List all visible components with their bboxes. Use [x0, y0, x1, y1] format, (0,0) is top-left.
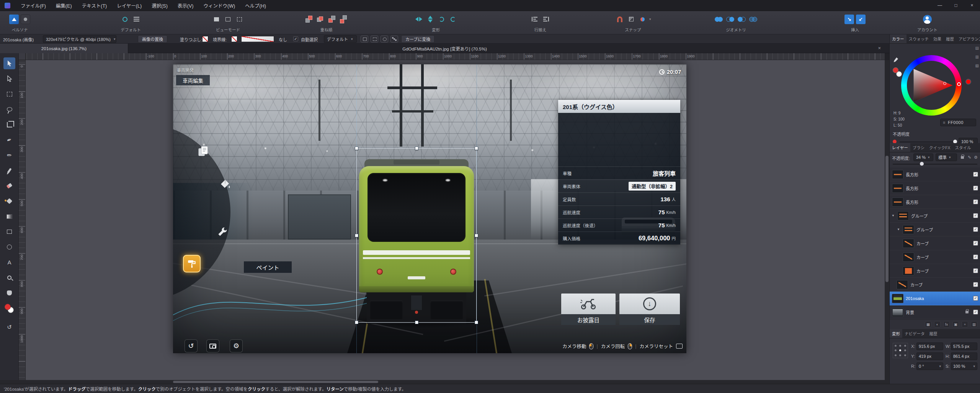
layer-row-selected[interactable]: 201osaka ✓	[890, 292, 980, 305]
align-left-icon[interactable]	[530, 15, 539, 24]
layer-row[interactable]: カーブ ✓	[890, 264, 980, 278]
layer-visibility-checkbox[interactable]: ✓	[973, 172, 978, 177]
tab-navigator[interactable]: ナビゲータ	[902, 329, 927, 338]
selection-handle-w[interactable]	[355, 234, 358, 237]
horizontal-scrollbar[interactable]	[0, 380, 889, 384]
y-field[interactable]: 419 px	[916, 352, 943, 360]
selection-handle-e[interactable]	[475, 234, 478, 237]
layer-row[interactable]: カーブ ✓	[890, 236, 980, 250]
h-field[interactable]: 861.4 px	[951, 352, 977, 360]
close-button[interactable]: ×	[964, 0, 980, 11]
viewmode-vector-icon[interactable]	[212, 15, 221, 24]
bring-to-front-icon[interactable]	[304, 15, 314, 24]
layer-visibility-checkbox[interactable]: ✓	[973, 227, 978, 232]
add-layer-icon[interactable]: +	[962, 321, 968, 328]
autoselect-checkbox[interactable]: ✓	[293, 36, 298, 41]
menu-layer[interactable]: レイヤー(L)	[112, 0, 147, 11]
mask-layer-icon[interactable]: ▦	[925, 321, 931, 328]
layer-row[interactable]: カーブ ✓	[890, 250, 980, 264]
snap-candidates-icon[interactable]	[638, 15, 647, 24]
doc-tab-active[interactable]: GdOdFMta8AAU2tn.jpg [変更あり] (70.5%)	[402, 44, 487, 53]
selection-handle-s[interactable]	[415, 321, 418, 324]
layer-row-group[interactable]: ▼ グループ ✓	[890, 209, 980, 223]
color-wheel[interactable]	[901, 55, 962, 116]
menu-text[interactable]: テキスト(T)	[77, 0, 112, 11]
send-to-back-icon[interactable]	[339, 15, 348, 24]
selection-handle-sw[interactable]	[355, 321, 358, 324]
insert-behind-icon[interactable]: ↙	[856, 15, 866, 24]
layer-row[interactable]: 長方形 ✓	[890, 195, 980, 209]
doc-tab-201osaka[interactable]: 201osaka.jpg (136.7%)	[0, 44, 128, 53]
group-layers-icon[interactable]: ▣	[952, 321, 959, 328]
layer-visibility-checkbox[interactable]: ✓	[973, 186, 978, 191]
ruler-horizontal[interactable]: -100010020030040050060070080090010001100…	[26, 53, 885, 60]
ruler-corner[interactable]	[19, 53, 26, 60]
tab-history[interactable]: 履歴	[944, 34, 956, 43]
pan-tool[interactable]	[3, 287, 15, 299]
reset-colors-icon[interactable]: ↺	[3, 321, 15, 333]
adjustment-layer-icon[interactable]: ◐	[934, 321, 941, 328]
lasso-tool[interactable]	[3, 103, 15, 115]
tab-transform[interactable]: 変形	[890, 329, 902, 338]
replace-image-button[interactable]: 画像の置換	[138, 35, 167, 43]
undo-button[interactable]: ↺	[185, 339, 198, 352]
transform-mode-4-icon[interactable]	[390, 36, 398, 42]
account-icon[interactable]	[923, 15, 932, 24]
insert-inside-icon[interactable]: ↘	[844, 15, 854, 24]
menu-help[interactable]: ヘルプ(H)	[240, 0, 271, 11]
persona-designer-icon[interactable]	[9, 15, 19, 24]
layer-row[interactable]: カーブ ✓	[890, 278, 980, 292]
color-opacity-slider[interactable]	[900, 142, 956, 142]
delete-layer-icon[interactable]: ▥	[971, 321, 977, 328]
transform-mode-1-icon[interactable]	[361, 36, 368, 42]
node-tool[interactable]	[3, 73, 15, 85]
layer-visibility-checkbox[interactable]: ✓	[973, 213, 978, 218]
layer-row[interactable]: 長方形 ✓	[890, 168, 980, 181]
brush-tool[interactable]	[3, 165, 15, 176]
ellipse-tool[interactable]	[3, 241, 15, 253]
layer-visibility-checkbox[interactable]: ✓	[973, 268, 978, 273]
move-tool[interactable]	[3, 57, 15, 69]
paint-roller-selected-icon[interactable]	[183, 255, 201, 272]
edit-all-layers-icon[interactable]: ✎	[968, 155, 971, 160]
defaults-revert-icon[interactable]	[132, 15, 141, 24]
send-backward-icon[interactable]	[327, 15, 337, 24]
flip-horizontal-icon[interactable]	[414, 15, 423, 24]
menu-select[interactable]: 選択(S)	[147, 0, 173, 11]
tab-layers[interactable]: レイヤー	[890, 143, 910, 152]
crop-tool[interactable]	[3, 119, 15, 130]
fill-swatch[interactable]	[202, 36, 208, 42]
gradient-tool[interactable]	[3, 210, 15, 222]
stroke-swatch[interactable]	[231, 36, 237, 42]
vertical-scrollbar[interactable]	[885, 60, 889, 380]
fill-stroke-color-chips[interactable]	[5, 304, 15, 314]
geometry-subtract-icon[interactable]	[725, 15, 735, 24]
layers-opacity-slider[interactable]	[893, 164, 977, 165]
hex-field[interactable]: ≡ FF0000	[940, 119, 976, 126]
layer-fx-icon[interactable]: fx	[943, 321, 950, 328]
stroke-style-value[interactable]: なし	[279, 36, 287, 42]
layer-visibility-checkbox[interactable]: ✓	[973, 282, 978, 287]
stickers-icon[interactable]	[198, 145, 209, 157]
tab-color[interactable]: カラー	[890, 34, 906, 43]
wrench-icon[interactable]	[217, 227, 228, 238]
lock-icon[interactable]	[961, 155, 964, 160]
w-field[interactable]: 575.5 px	[951, 342, 977, 350]
tab-effects[interactable]: 効果	[931, 34, 944, 43]
persona-export-icon[interactable]	[21, 15, 30, 24]
paint-bucket-icon[interactable]	[219, 178, 230, 190]
save-button[interactable]: ↓ 保存	[619, 294, 680, 325]
r-field[interactable]: 0 °▾	[916, 362, 943, 370]
rotate-ccw-icon[interactable]	[437, 15, 446, 24]
flip-vertical-icon[interactable]	[425, 15, 435, 24]
tab-brushes[interactable]: ブラシ	[910, 143, 927, 152]
settings-button[interactable]: ⚙	[230, 339, 243, 352]
tab-swatches[interactable]: スウォッチ	[906, 34, 931, 43]
transform-mode-3-icon[interactable]	[381, 36, 388, 42]
align-center-icon[interactable]	[541, 15, 551, 24]
eraser-tool[interactable]	[3, 180, 15, 192]
layer-row-background[interactable]: 背景 ✓	[890, 305, 980, 319]
menu-file[interactable]: ファイル(F)	[16, 0, 51, 11]
tab-styles[interactable]: スタイル	[952, 143, 973, 152]
paint-menu-label[interactable]: ペイント	[244, 261, 292, 273]
